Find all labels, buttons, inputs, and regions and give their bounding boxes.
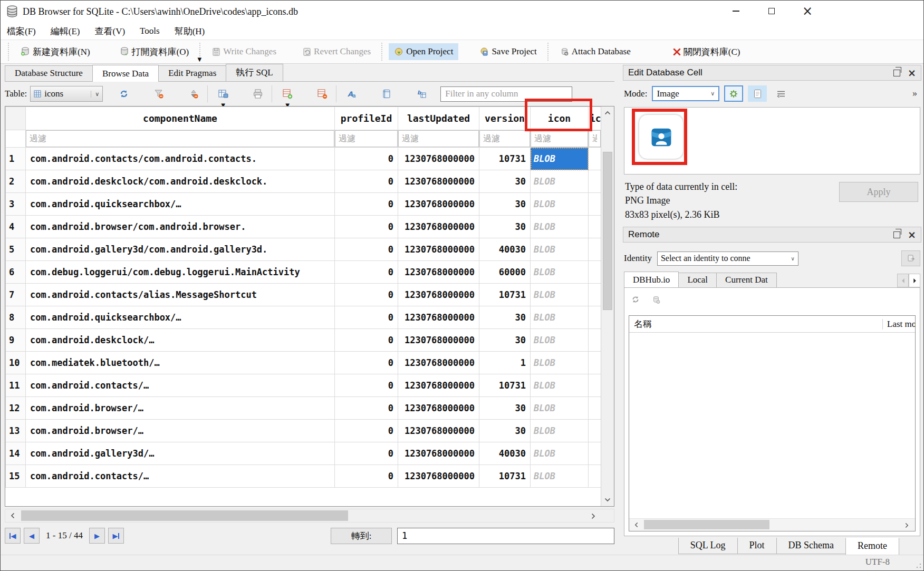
tab-dbhub[interactable]: DBHub.io — [624, 272, 679, 287]
close-panel-icon[interactable]: × — [908, 229, 916, 240]
cell-version[interactable]: 40030 — [479, 442, 531, 465]
more-tools-icon[interactable]: » — [912, 88, 920, 99]
cell-version[interactable]: 40030 — [479, 238, 531, 261]
row-number[interactable]: 5 — [6, 238, 26, 261]
menu-item-tools[interactable]: Tools — [140, 26, 160, 36]
cell-componentname[interactable]: com.android.browser/com.android.browser. — [26, 216, 335, 238]
cell-componentname[interactable]: com.android.deskclock/com.android.deskcl… — [26, 170, 335, 193]
scroll-right-icon[interactable] — [901, 519, 915, 531]
cell-version[interactable]: 10731 — [479, 465, 531, 488]
cell-version[interactable]: 30 — [479, 216, 531, 238]
cell-version[interactable]: 30 — [479, 306, 531, 329]
cell-icon[interactable]: BLOB — [531, 442, 589, 465]
cell-componentname[interactable]: com.android.browser/… — [26, 420, 335, 442]
cell-profileid[interactable]: 0 — [335, 465, 398, 488]
first-record-button[interactable]: ◀ — [5, 528, 21, 544]
tab-browse-data[interactable]: Browse Data — [92, 65, 159, 82]
clone-database-button[interactable] — [901, 250, 920, 266]
open-project-button[interactable]: Open Project — [389, 43, 458, 60]
horizontal-scroll-thumb[interactable] — [21, 510, 348, 521]
new-database-button[interactable]: 新建資料庫(N) — [15, 43, 95, 61]
cell-icon[interactable]: BLOB — [531, 238, 589, 261]
cell-componentname[interactable]: com.android.deskclock/… — [26, 329, 335, 352]
menu-item-help[interactable]: 幫助(H) — [175, 25, 205, 37]
cell-profileid[interactable]: 0 — [335, 397, 398, 420]
scroll-left-icon[interactable] — [629, 519, 643, 531]
apply-button[interactable]: Apply — [839, 182, 918, 202]
cell-componentname[interactable]: com.android.quicksearchbox/… — [26, 193, 335, 216]
float-panel-icon[interactable] — [893, 70, 900, 76]
cell-icon[interactable]: BLOB — [531, 420, 589, 442]
cell-componentname[interactable]: com.debug.loggerui/com.debug.loggerui.Ma… — [26, 261, 335, 284]
delete-record-button[interactable] — [313, 85, 332, 102]
cell-version[interactable]: 30 — [479, 397, 531, 420]
cell-lastupdated[interactable]: 1230768000000 — [398, 238, 479, 261]
filter-input-partial[interactable] — [589, 130, 601, 147]
cell-profileid[interactable]: 0 — [335, 148, 398, 170]
tab-database-structure[interactable]: Database Structure — [5, 65, 93, 81]
cell-version[interactable]: 30 — [479, 420, 531, 442]
save-table-button[interactable]: ▼ — [214, 85, 233, 102]
cell-icon[interactable]: BLOB — [531, 193, 589, 216]
cell-lastupdated[interactable]: 1230768000000 — [398, 397, 479, 420]
cell-profileid[interactable]: 0 — [335, 284, 398, 306]
clear-sort-button[interactable] — [184, 85, 203, 102]
remote-list-body[interactable] — [629, 333, 915, 518]
next-record-button[interactable]: ▶ — [89, 528, 105, 544]
row-number[interactable]: 1 — [6, 148, 26, 170]
open-database-button[interactable]: 打開資料庫(O) ▼ — [114, 43, 195, 61]
cell-lastupdated[interactable]: 1230768000000 — [398, 329, 479, 352]
cell-profileid[interactable]: 0 — [335, 261, 398, 284]
cell-icon[interactable]: BLOB — [531, 352, 589, 374]
cell-icon[interactable]: BLOB — [531, 261, 589, 284]
encoding-indicator[interactable]: UTF-8 — [865, 557, 890, 567]
edit-cell-font-button[interactable]: Aa — [342, 85, 361, 102]
cell-version[interactable]: 30 — [479, 193, 531, 216]
tab-execute-sql[interactable]: 執行 SQL — [226, 64, 283, 81]
filter-input-componentname[interactable] — [26, 130, 334, 147]
cell-version[interactable]: 60000 — [479, 261, 531, 284]
cell-profileid[interactable]: 0 — [335, 374, 398, 397]
cell-lastupdated[interactable]: 1230768000000 — [398, 442, 479, 465]
cell-icon[interactable]: BLOB — [531, 216, 589, 238]
column-header-lastupdated[interactable]: lastUpdated — [398, 107, 479, 130]
row-number[interactable]: 13 — [6, 420, 26, 442]
remote-upload-button[interactable] — [652, 295, 660, 304]
row-number[interactable]: 3 — [6, 193, 26, 216]
cell-profileid[interactable]: 0 — [335, 238, 398, 261]
mode-select[interactable]: Image ∨ — [652, 86, 719, 101]
clear-filters-button[interactable] — [149, 85, 168, 102]
row-number[interactable]: 2 — [6, 170, 26, 193]
revert-changes-button[interactable]: Revert Changes — [297, 43, 376, 60]
table-select[interactable]: icons ∨ — [30, 86, 103, 102]
write-changes-button[interactable]: Write Changes — [207, 43, 282, 60]
cell-profileid[interactable]: 0 — [335, 420, 398, 442]
tab-sql-log[interactable]: SQL Log — [678, 538, 738, 554]
filter-input-profileid[interactable] — [335, 130, 398, 147]
cell-icon[interactable]: BLOB — [531, 329, 589, 352]
cell-icon[interactable]: BLOB — [531, 148, 589, 170]
open-in-external-button[interactable] — [377, 85, 396, 102]
menu-item-view[interactable]: 查看(V) — [95, 25, 126, 37]
cell-componentname[interactable]: com.android.contacts/com.android.contact… — [26, 148, 335, 170]
row-number[interactable]: 7 — [6, 284, 26, 306]
cell-icon[interactable]: BLOB — [531, 284, 589, 306]
cell-componentname[interactable]: com.android.contacts/alias.MessageShortc… — [26, 284, 335, 306]
word-wrap-button[interactable] — [772, 85, 791, 102]
column-header-version[interactable]: version — [479, 107, 531, 130]
remote-refresh-button[interactable] — [631, 295, 640, 304]
scroll-right-icon[interactable] — [588, 509, 602, 522]
save-project-button[interactable]: Save Project — [474, 43, 542, 60]
cell-componentname[interactable]: com.mediatek.bluetooth/… — [26, 352, 335, 374]
cell-profileid[interactable]: 0 — [335, 216, 398, 238]
grid-corner[interactable] — [6, 107, 26, 130]
remote-list-column-lastmodified[interactable]: Last mo — [882, 319, 915, 330]
cell-icon[interactable]: BLOB — [531, 374, 589, 397]
cell-icon[interactable]: BLOB — [531, 170, 589, 193]
close-panel-icon[interactable]: × — [908, 67, 916, 79]
close-database-button[interactable]: 關閉資料庫(C) — [668, 43, 746, 61]
toggle-format-button[interactable]: b — [412, 85, 431, 102]
tab-db-schema[interactable]: DB Schema — [776, 538, 846, 554]
goto-record-input[interactable] — [397, 528, 614, 544]
print-button[interactable] — [248, 85, 267, 102]
